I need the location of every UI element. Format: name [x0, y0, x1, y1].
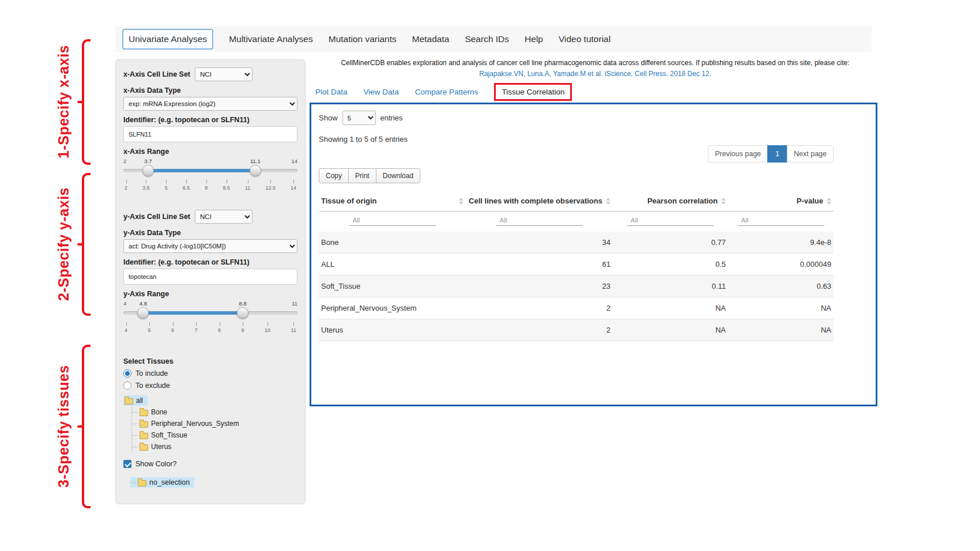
table-cell: Bone: [319, 232, 466, 254]
x-data-type-select[interactable]: exp: mRNA Expression (log2): [123, 97, 297, 111]
column-header-tissue-of-origin[interactable]: Tissue of origin: [319, 191, 466, 212]
tree-item-no-selection[interactable]: no_selection: [130, 477, 194, 488]
include-radio[interactable]: To include: [123, 369, 297, 378]
exclude-radio[interactable]: To exclude: [123, 382, 297, 390]
column-header-label: Pearson correlation: [647, 197, 718, 205]
table-row[interactable]: Peripheral_Nervous_System 2 NA NA: [319, 297, 834, 319]
tab-multivariate-analyses[interactable]: Multivariate Analyses: [229, 34, 313, 44]
y-data-type-label: y-Axis Data Type: [123, 229, 297, 237]
column-header-cell-lines[interactable]: Cell lines with complete observations: [466, 191, 613, 212]
radio-selected-icon: [123, 369, 131, 378]
table-cell: Soft_Tissue: [319, 276, 466, 297]
tab-help[interactable]: Help: [525, 34, 543, 44]
copy-button[interactable]: Copy: [319, 168, 349, 183]
tree-item-label: Peripheral_Nervous_System: [151, 420, 239, 428]
tree-item-label: Bone: [151, 408, 167, 416]
show-color-label: Show Color?: [135, 460, 177, 468]
tree-item-label: Uterus: [151, 443, 171, 451]
y-slider-ticks: 4 5 6 7 8 9 10 11: [125, 322, 296, 333]
x-range-max-label: 14: [291, 158, 297, 164]
citation-text: CellMinerCDB enables exploration and ana…: [341, 59, 849, 67]
y-range-handle-high[interactable]: [237, 307, 248, 319]
y-range-from-label: 4.8: [140, 300, 147, 307]
folder-icon: [140, 433, 148, 439]
result-subtabs: Plot Data View Data Compare Patterns Tis…: [315, 83, 572, 101]
subtab-tissue-correlation[interactable]: Tissue Correlation: [494, 83, 572, 101]
entries-count-select[interactable]: 5: [342, 111, 376, 125]
y-range-to-label: 8.8: [239, 300, 247, 307]
table-cell: 2: [466, 319, 613, 341]
next-page-button[interactable]: Next page: [787, 145, 834, 163]
filter-cell: [319, 212, 466, 232]
y-range-handle-low[interactable]: [137, 307, 149, 319]
tab-univariate-analyses[interactable]: Univariate Analyses: [122, 29, 213, 50]
radio-unselected-icon: [123, 382, 131, 390]
tree-item-bone[interactable]: Bone: [132, 407, 168, 417]
y-slider-active-bar: [143, 311, 243, 315]
y-identifier-label: Identifier: (e.g. topotecan or SLFN11): [123, 258, 297, 266]
x-range-from-label: 3.7: [144, 158, 152, 164]
exclude-radio-label: To exclude: [135, 382, 170, 390]
y-identifier-input[interactable]: [123, 269, 297, 285]
y-range-label: y-Axis Range: [123, 290, 297, 298]
table-row[interactable]: Bone 34 0.77 9.4e-8: [319, 232, 834, 254]
main-nav: Univariate Analyses Multivariate Analyse…: [115, 27, 872, 52]
table-row[interactable]: Uterus 2 NA NA: [319, 319, 834, 341]
tab-video-tutorial[interactable]: Video tutorial: [559, 34, 610, 44]
tree-item-uterus[interactable]: Uterus: [132, 441, 172, 452]
citation-link[interactable]: Rajapakse.VN, Luna.A, Yamade.M et al. iS…: [314, 69, 876, 79]
tick-label: 14: [291, 180, 296, 191]
folder-icon: [138, 480, 146, 486]
table-row[interactable]: ALL 61 0.5 0.000049: [319, 254, 834, 276]
tick-label: 2: [125, 180, 127, 191]
current-page-button[interactable]: 1: [767, 145, 787, 163]
step1-annotation-label: 1-Specify x-axis: [53, 39, 74, 165]
y-cell-line-set-label: y-Axis Cell Line Set: [123, 213, 190, 221]
column-header-pearson-correlation[interactable]: Pearson correlation: [613, 191, 728, 212]
filter-cell: [466, 212, 613, 232]
x-range-handle-low[interactable]: [142, 165, 154, 176]
table-cell: 2: [466, 297, 613, 319]
step2-annotation-label: 2-Specify y-axis: [53, 173, 74, 316]
show-color-checkbox[interactable]: Show Color?: [123, 460, 297, 468]
x-range-label: x-Axis Range: [123, 148, 297, 156]
x-identifier-input[interactable]: [123, 126, 297, 142]
include-radio-label: To include: [135, 369, 168, 378]
tree-children: Bone Peripheral_Nervous_System Soft_Tiss…: [131, 407, 297, 452]
tick-label: 11: [291, 322, 296, 333]
x-range-handle-high[interactable]: [250, 165, 261, 176]
subtab-compare-patterns[interactable]: Compare Patterns: [415, 88, 478, 96]
table-cell: 9.4e-8: [728, 232, 834, 254]
subtab-view-data[interactable]: View Data: [364, 88, 399, 96]
tab-metadata[interactable]: Metadata: [412, 34, 450, 44]
table-cell: 34: [466, 232, 613, 254]
tree-item-all[interactable]: all: [123, 395, 148, 406]
filter-input-pearson-correlation[interactable]: [627, 215, 714, 226]
subtab-plot-data[interactable]: Plot Data: [315, 88, 348, 96]
print-button[interactable]: Print: [348, 168, 376, 183]
column-header-p-value[interactable]: P-value: [728, 191, 834, 212]
x-cell-line-set-select[interactable]: NCI: [195, 67, 252, 81]
download-button[interactable]: Download: [376, 168, 420, 183]
tick-label: 7: [195, 322, 198, 333]
select-tissues-label: Select Tissues: [123, 357, 297, 365]
filter-input-tissue-of-origin[interactable]: [349, 215, 436, 226]
tick-label: 8: [205, 180, 208, 191]
table-cell: 61: [466, 254, 613, 276]
filter-input-p-value[interactable]: [738, 215, 824, 226]
tree-item-peripheral-nervous-system[interactable]: Peripheral_Nervous_System: [132, 418, 240, 429]
y-cell-line-set-select[interactable]: NCI: [195, 210, 252, 224]
tissue-tree: all Bone Peripheral_Nervous_System Soft_…: [123, 395, 297, 452]
folder-icon: [140, 444, 148, 451]
filter-input-cell-lines[interactable]: [496, 215, 583, 226]
tab-search-ids[interactable]: Search IDs: [465, 34, 509, 44]
table-row[interactable]: Soft_Tissue 23 0.11 0.63: [319, 276, 834, 297]
step1-bracket: [82, 39, 91, 165]
tree-item-soft-tissue[interactable]: Soft_Tissue: [132, 430, 189, 440]
controls-sidebar: x-Axis Cell Line Set NCI x-Axis Data Typ…: [115, 59, 306, 504]
table-cell: Peripheral_Nervous_System: [319, 297, 466, 319]
tab-mutation-variants[interactable]: Mutation variants: [329, 34, 397, 44]
x-range-slider: 2 3.7 11.1 14 2 3.5 5 6.5 8 9.5 11 12.5 …: [123, 158, 297, 195]
y-data-type-select[interactable]: act: Drug Activity (-log10[IC50M]): [123, 239, 297, 253]
previous-page-button[interactable]: Previous page: [708, 145, 768, 163]
